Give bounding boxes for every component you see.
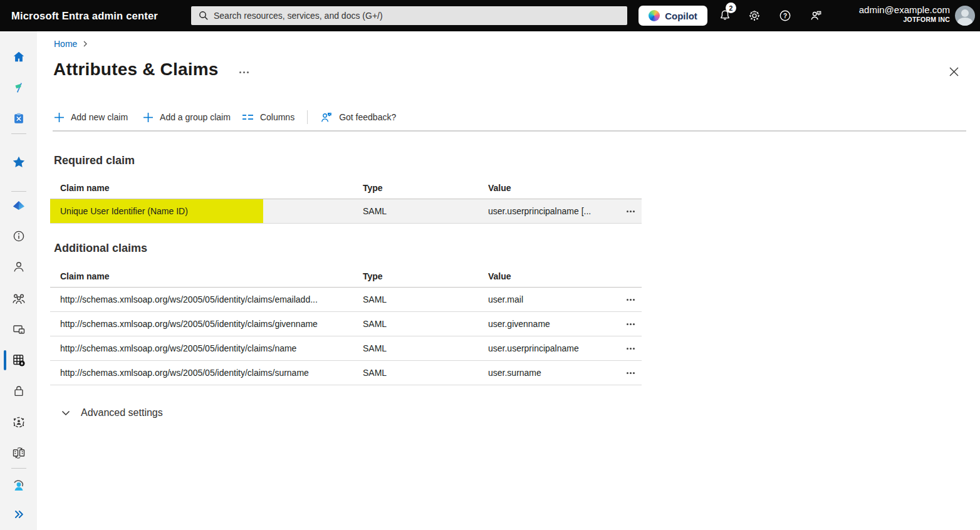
protection-lock-icon [12, 384, 26, 398]
got-feedback-button[interactable]: Got feedback? [320, 108, 396, 127]
additional-claims-table: Claim name Type Value http://schemas.xml… [50, 265, 642, 385]
add-group-claim-label: Add a group claim [160, 112, 231, 122]
identity-governance-icon [11, 415, 26, 430]
sidebar-item-diagnose-solve[interactable] [0, 106, 37, 131]
global-search[interactable] [191, 6, 627, 25]
left-sidebar [0, 31, 37, 530]
cell-claim-name: http://schemas.xmlsoap.org/ws/2005/05/id… [50, 294, 363, 304]
table-row[interactable]: http://schemas.xmlsoap.org/ws/2005/05/id… [50, 336, 642, 361]
topbar: Microsoft Entra admin center Copilot 2 ?… [0, 0, 980, 31]
sidebar-expand-button[interactable] [0, 502, 37, 527]
columns-button[interactable]: Columns [242, 108, 295, 126]
sidebar-item-home[interactable] [0, 44, 37, 70]
col-header-type: Type [363, 183, 488, 193]
help-icon: ? [778, 9, 792, 23]
required-claim-heading: Required claim [54, 154, 135, 167]
sidebar-item-protection[interactable] [0, 378, 37, 403]
sidebar-item-whats-new[interactable] [0, 75, 37, 100]
plus-icon [143, 112, 154, 123]
avatar[interactable] [955, 6, 975, 26]
row-more-menu[interactable] [624, 344, 631, 353]
person-feedback-icon [809, 9, 823, 23]
users-icon [12, 260, 26, 274]
add-group-claim-button[interactable]: Add a group claim [143, 108, 231, 127]
sidebar-item-applications[interactable] [0, 348, 37, 373]
cell-value: user.userprincipalname [488, 343, 613, 353]
ellipsis-icon [239, 71, 249, 73]
cell-type: SAML [363, 319, 488, 329]
sidebar-item-external-identities[interactable] [0, 440, 37, 465]
plus-icon [54, 112, 65, 123]
account-menu[interactable]: admin@example.com JOTFORM INC [859, 4, 950, 23]
additional-claims-heading: Additional claims [54, 242, 147, 255]
entra-id-icon [11, 198, 26, 213]
cell-value: user.userprincipalname [... [488, 206, 613, 216]
row-more-menu[interactable] [624, 368, 631, 378]
cell-value: user.givenname [488, 319, 613, 329]
help-button[interactable]: ? [775, 6, 795, 26]
row-more-menu[interactable] [624, 320, 631, 329]
table-row[interactable]: http://schemas.xmlsoap.org/ws/2005/05/id… [50, 288, 642, 312]
sidebar-item-overview[interactable] [0, 224, 37, 249]
col-header-type: Type [363, 271, 488, 281]
cell-value: user.surname [488, 368, 613, 378]
table-row[interactable]: Unique User Identifier (Name ID) SAML us… [50, 199, 642, 224]
close-button[interactable] [946, 64, 961, 79]
sidebar-item-devices[interactable] [0, 317, 37, 342]
active-indicator [4, 350, 6, 370]
table-header-row: Claim name Type Value [50, 265, 642, 288]
devices-icon [11, 322, 26, 337]
title-more-menu[interactable] [236, 67, 251, 77]
page-title: Attributes & Claims [53, 60, 219, 80]
external-identities-icon [11, 445, 26, 460]
cell-claim-name: http://schemas.xmlsoap.org/ws/2005/05/id… [50, 343, 363, 353]
chevron-right-icon [82, 41, 88, 47]
advanced-settings-label: Advanced settings [81, 407, 163, 418]
chevron-down-icon [61, 408, 71, 418]
toolbar-rule [53, 130, 966, 132]
feedback-button[interactable] [806, 6, 826, 26]
sidebar-item-favorites[interactable] [0, 150, 37, 175]
gear-icon [748, 9, 761, 23]
person-feedback-icon [320, 112, 333, 123]
svg-text:?: ? [783, 13, 787, 19]
notifications-button[interactable]: 2 [715, 6, 735, 26]
ellipsis-icon [627, 323, 628, 325]
toolbar-divider [307, 110, 308, 124]
ellipsis-icon [627, 299, 628, 301]
whats-new-flag-icon [12, 81, 26, 95]
expand-chevrons-icon [13, 508, 25, 521]
table-row[interactable]: http://schemas.xmlsoap.org/ws/2005/05/id… [50, 361, 642, 385]
cell-claim-name: http://schemas.xmlsoap.org/ws/2005/05/id… [50, 319, 363, 329]
sidebar-item-identity[interactable] [0, 193, 37, 218]
groups-icon [11, 291, 26, 306]
cell-claim-name: Unique User Identifier (Name ID) [50, 206, 363, 216]
sidebar-divider [11, 133, 26, 134]
cell-value: user.mail [488, 294, 613, 304]
add-new-claim-button[interactable]: Add new claim [54, 108, 128, 127]
cell-claim-name: http://schemas.xmlsoap.org/ws/2005/05/id… [50, 368, 363, 378]
sidebar-item-learn-support[interactable] [0, 473, 37, 498]
cell-type: SAML [363, 206, 488, 216]
advanced-settings-toggle[interactable]: Advanced settings [61, 407, 163, 418]
ellipsis-icon [627, 210, 628, 212]
breadcrumb-home-link[interactable]: Home [54, 39, 77, 49]
home-icon [12, 50, 26, 64]
sidebar-item-users[interactable] [0, 254, 37, 279]
copilot-icon [649, 10, 660, 21]
sidebar-item-groups[interactable] [0, 286, 37, 311]
sidebar-item-identity-governance[interactable] [0, 410, 37, 435]
avatar-person-icon [961, 9, 969, 17]
row-more-menu[interactable] [624, 295, 631, 304]
ellipsis-icon [627, 348, 628, 350]
account-email: admin@example.com [859, 4, 950, 16]
col-header-value: Value [488, 183, 613, 193]
search-input[interactable] [214, 11, 590, 21]
columns-label: Columns [260, 112, 295, 122]
col-header-claim-name: Claim name [50, 271, 363, 281]
app-title: Microsoft Entra admin center [11, 10, 158, 22]
table-row[interactable]: http://schemas.xmlsoap.org/ws/2005/05/id… [50, 312, 642, 336]
settings-button[interactable] [744, 6, 764, 26]
row-more-menu[interactable] [624, 207, 631, 216]
copilot-button[interactable]: Copilot [639, 6, 707, 26]
